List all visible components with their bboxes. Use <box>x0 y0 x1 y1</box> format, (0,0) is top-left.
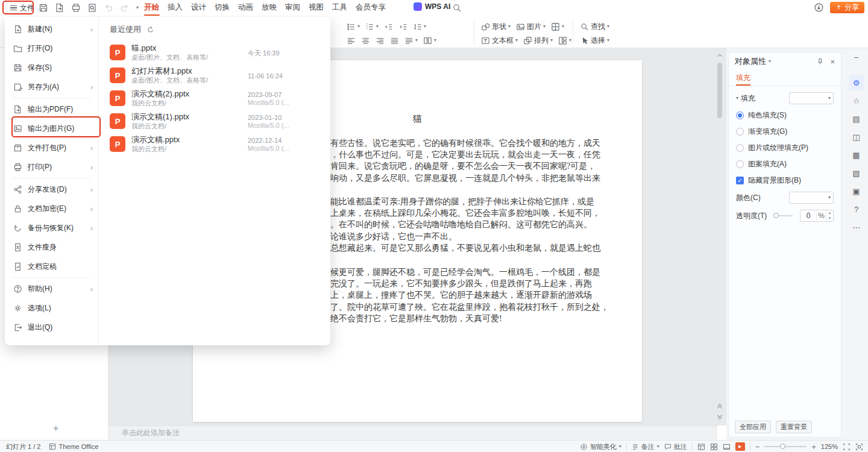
menu-item-file-slim[interactable]: 文件瘦身 <box>5 238 98 257</box>
wps-ai-button[interactable]: WPS AI <box>414 2 450 11</box>
radio-picture-fill[interactable]: 图片或纹理填充(P) <box>736 143 834 153</box>
more-tools-icon[interactable]: ⋯ <box>849 219 864 235</box>
menu-item-open[interactable]: 打开(O) <box>5 39 98 58</box>
menu-item-share-send[interactable]: 分享发送(D)› <box>5 180 98 199</box>
align-center-button[interactable] <box>361 36 370 45</box>
file-menu-button[interactable]: 文件 <box>6 2 39 14</box>
tab-tools[interactable]: 工具 <box>328 0 351 16</box>
picture-button[interactable]: 图片▾ <box>516 22 546 32</box>
menu-item-export-pdf[interactable]: 输出为PDF(F) <box>5 100 98 119</box>
menu-item-finalize[interactable]: 文档定稿 <box>5 257 98 276</box>
radio-gradient-fill[interactable]: 渐变填充(G) <box>736 127 834 137</box>
refresh-icon[interactable] <box>146 26 154 34</box>
previous-slide-icon[interactable] <box>716 403 723 410</box>
line-spacing-button[interactable]: ▾ <box>413 22 426 31</box>
zoom-out-icon[interactable]: − <box>755 442 760 451</box>
menu-item-exit[interactable]: 退出(Q) <box>5 318 98 337</box>
select-button[interactable]: 选择▾ <box>580 36 609 46</box>
tab-slideshow[interactable]: 放映 <box>257 0 281 16</box>
tab-transition[interactable]: 切换 <box>210 0 234 16</box>
menu-item-package[interactable]: 文件打包(P)› <box>5 139 98 157</box>
decrease-indent-button[interactable] <box>384 22 393 31</box>
bullet-list-button[interactable]: ▾ <box>347 22 360 31</box>
comments-button[interactable]: 批注 <box>664 442 687 451</box>
properties-gear-icon[interactable]: ⚙ <box>849 75 864 90</box>
radio-pattern-fill[interactable]: 图案填充(A) <box>736 159 834 169</box>
tab-fill[interactable]: 填充 <box>736 71 750 86</box>
menu-item-save[interactable]: 保存(S) <box>5 58 98 77</box>
zoom-in-icon[interactable]: + <box>811 442 816 451</box>
fit-slide-icon[interactable] <box>843 443 851 451</box>
slider-handle[interactable] <box>773 213 779 218</box>
chart-panel-icon[interactable]: ◫ <box>849 129 864 145</box>
align-left-button[interactable] <box>347 36 356 45</box>
menu-item-backup-restore[interactable]: 备份与恢复(K)› <box>5 219 98 237</box>
normal-view-icon[interactable] <box>697 443 705 451</box>
search-icon[interactable] <box>452 3 462 13</box>
export-icon[interactable] <box>55 3 64 13</box>
texture-panel-icon[interactable]: ▧ <box>849 165 864 181</box>
menu-item-new[interactable]: 新建(N)› <box>5 20 98 39</box>
spin-down-icon[interactable]: ▼ <box>828 216 832 221</box>
notes-toggle-button[interactable]: 备注▾ <box>632 442 659 451</box>
grid-panel-icon[interactable]: ▦ <box>849 147 864 163</box>
play-slideshow-button[interactable]: ▶ <box>735 442 745 451</box>
recent-file-row[interactable]: P 演示文稿.pptx 我的云文档/ 2022-12-14 Mozilla/5.… <box>110 133 319 155</box>
tab-animation[interactable]: 动画 <box>234 0 257 16</box>
section-collapse-icon[interactable]: ▾ <box>736 96 738 101</box>
help-icon[interactable]: ? <box>849 201 864 217</box>
pin-icon[interactable] <box>816 58 824 66</box>
recent-file-row[interactable]: P 幻灯片素材1.pptx 桌面/图片、文档、表格等/ 11-06 16:24 <box>110 64 319 87</box>
columns-button[interactable]: ▾ <box>423 36 436 45</box>
recent-file-row[interactable]: P 演示文稿(1).pptx 我的云文档/ 2023-01-10 Mozilla… <box>110 110 319 133</box>
save-icon[interactable] <box>39 3 48 13</box>
share-button[interactable]: 分享 <box>830 2 864 13</box>
panel-dropdown-icon[interactable]: ▾ <box>769 59 771 64</box>
recent-file-row[interactable]: P 演示文稿(2).pptx 我的云文档/ 2023-09-07 Mozilla… <box>110 87 319 110</box>
find-button[interactable]: 查找▾ <box>580 22 609 32</box>
reset-background-button[interactable]: 重置背景 <box>776 421 812 433</box>
spin-up-icon[interactable]: ▲ <box>828 210 832 216</box>
sync-download-icon[interactable] <box>814 2 824 13</box>
justify-button[interactable] <box>390 36 399 45</box>
zoom-level[interactable]: 125% <box>821 443 838 450</box>
fill-color-button[interactable]: ▾ <box>551 22 564 31</box>
reading-view-icon[interactable] <box>723 443 731 451</box>
theme-indicator[interactable]: Theme Office <box>49 443 98 450</box>
tab-home[interactable]: 开始 <box>140 0 163 16</box>
menu-item-options[interactable]: 选项(L) <box>5 299 98 318</box>
print-preview-icon[interactable] <box>87 3 97 13</box>
menu-item-save-as[interactable]: 另存为(A)› <box>5 78 98 96</box>
close-panel-icon[interactable]: × <box>830 57 835 66</box>
layout-button[interactable]: ▾ <box>558 36 571 45</box>
transparency-slider[interactable] <box>775 215 793 216</box>
tab-design[interactable]: 设计 <box>187 0 210 16</box>
menu-item-print[interactable]: 打印(P)› <box>5 158 98 177</box>
apply-all-button[interactable]: 全部应用 <box>735 421 771 433</box>
tab-view[interactable]: 视图 <box>304 0 328 16</box>
distribute-button[interactable]: ▾ <box>404 36 418 45</box>
color-select[interactable]: ▾ <box>789 192 834 204</box>
smart-beautify-button[interactable]: 智能美化▾ <box>580 442 621 451</box>
quickbar-dropdown-icon[interactable]: ▾ <box>136 5 139 10</box>
scrollbar-thumb[interactable] <box>717 63 722 118</box>
menu-item-help[interactable]: 帮助(H)› <box>5 280 98 298</box>
vertical-scrollbar[interactable] <box>715 48 725 425</box>
undo-icon[interactable] <box>104 3 113 13</box>
align-right-button[interactable] <box>376 36 385 45</box>
shapes-button[interactable]: 形状▾ <box>481 22 511 32</box>
arrange-button[interactable]: 排列▾ <box>523 36 553 46</box>
fill-style-select[interactable]: ▾ <box>789 92 834 104</box>
menu-item-encrypt[interactable]: 文档加密(E)› <box>5 199 98 218</box>
collapse-panel-icon[interactable]: − <box>849 49 864 65</box>
slide-sorter-icon[interactable] <box>710 443 718 451</box>
zoom-handle[interactable] <box>780 444 785 449</box>
notes-input[interactable]: 单击此处添加备注 <box>108 425 717 440</box>
selection-pane-icon[interactable]: ▣ <box>849 183 864 199</box>
numbered-list-button[interactable]: ▾ <box>365 22 379 31</box>
increase-indent-button[interactable] <box>398 22 407 31</box>
tab-member[interactable]: 会员专享 <box>351 0 390 16</box>
menu-item-export-image[interactable]: 输出为图片(G) <box>5 119 98 138</box>
tab-insert[interactable]: 插入 <box>163 0 187 16</box>
redo-icon[interactable] <box>120 3 130 13</box>
